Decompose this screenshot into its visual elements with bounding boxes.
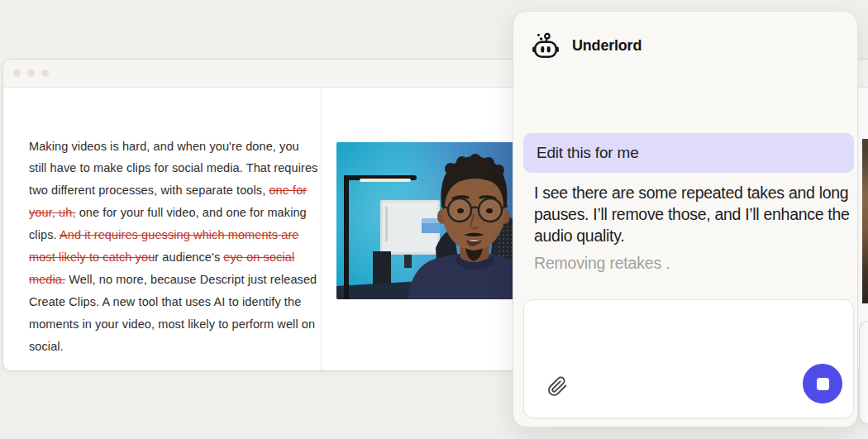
underlord-panel: Underlord Edit this for me I see there a… bbox=[513, 11, 858, 427]
next-card-sliver bbox=[859, 321, 868, 424]
next-video-thumbnail-sliver bbox=[862, 139, 868, 303]
page: { "editor": { "transcript_segments": [ {… bbox=[0, 0, 868, 439]
column-divider bbox=[321, 88, 322, 370]
composer bbox=[523, 299, 854, 418]
traffic-light-minimize-icon[interactable] bbox=[27, 69, 35, 77]
traffic-light-zoom-icon[interactable] bbox=[41, 69, 49, 77]
transcript-paragraph[interactable]: Making videos is hard, and when you're d… bbox=[29, 136, 318, 358]
transcript-text: r audience's bbox=[155, 251, 223, 264]
chat-input[interactable] bbox=[536, 310, 842, 361]
studio-video-illustration bbox=[336, 142, 527, 299]
paperclip-icon bbox=[547, 376, 568, 397]
stop-button[interactable] bbox=[803, 364, 842, 403]
panel-title: Underlord bbox=[572, 37, 641, 55]
attach-button[interactable] bbox=[546, 375, 569, 398]
user-message-bubble: Edit this for me bbox=[523, 133, 854, 173]
assistant-message: I see there are some repeated takes and … bbox=[534, 182, 850, 246]
traffic-light-close-icon[interactable] bbox=[13, 69, 21, 77]
stop-square-icon bbox=[817, 378, 829, 390]
robot-icon bbox=[530, 31, 561, 60]
underlord-header: Underlord bbox=[530, 31, 641, 60]
user-message-text: Edit this for me bbox=[537, 144, 639, 162]
status-message: Removing retakes . bbox=[534, 254, 670, 273]
transcript-text: Well, no more, because Descript just rel… bbox=[29, 273, 317, 353]
video-thumbnail[interactable] bbox=[336, 142, 527, 299]
